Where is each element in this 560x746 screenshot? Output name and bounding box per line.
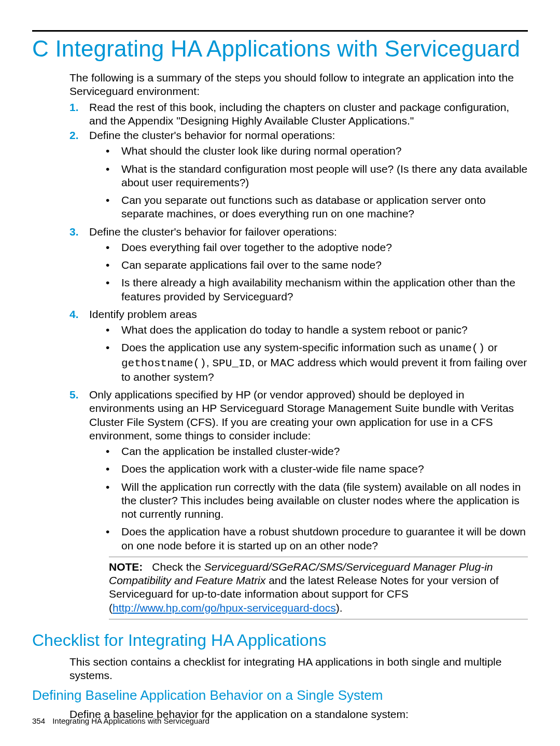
note-label: NOTE: [109, 561, 143, 573]
text: , [206, 356, 213, 368]
list-item: Does everything fail over together to th… [89, 241, 528, 254]
step-text: Define the cluster's behavior for failov… [89, 226, 337, 238]
section-body: This section contains a checklist for in… [69, 655, 528, 683]
page-footer: 354 Integrating HA Applications with Ser… [32, 716, 209, 725]
step-2: 2. Define the cluster's behavior for nor… [69, 129, 528, 221]
section-paragraph: This section contains a checklist for in… [69, 655, 528, 683]
steps-list: 1. Read the rest of this book, including… [69, 101, 528, 619]
page-title: C Integrating HA Applications with Servi… [32, 36, 528, 62]
step-text: Read the rest of this book, including th… [89, 101, 509, 127]
subsection-heading: Defining Baseline Application Behavior o… [32, 687, 528, 703]
text: Does the application use any system-spec… [121, 341, 439, 353]
list-item: Does the application use any system-spec… [89, 341, 528, 384]
step-text: Identify problem areas [89, 308, 197, 320]
page-number: 354 [32, 716, 45, 725]
step-text: Define the cluster's behavior for normal… [89, 129, 335, 141]
bullet-list: What does the application do today to ha… [89, 323, 528, 384]
footer-title: Integrating HA Applications with Service… [52, 716, 209, 725]
section-heading: Checklist for Integrating HA Application… [32, 631, 528, 650]
step-5: 5. Only applications specified by HP (or… [69, 388, 528, 619]
note-link[interactable]: http://www.hp.com/go/hpux-serviceguard-d… [113, 602, 336, 614]
list-item: Does the application work with a cluster… [89, 462, 528, 476]
list-item: What should the cluster look like during… [89, 144, 528, 158]
list-item: Can separate applications fail over to t… [89, 258, 528, 272]
step-3: 3. Define the cluster's behavior for fai… [69, 225, 528, 303]
top-rule [32, 30, 528, 32]
page: C Integrating HA Applications with Servi… [0, 0, 560, 746]
list-item: What is the standard configuration most … [89, 162, 528, 190]
step-number: 5. [69, 388, 85, 402]
list-item: Can the application be installed cluster… [89, 445, 528, 458]
code: uname() [439, 342, 485, 354]
step-number: 3. [69, 225, 85, 239]
step-text: Only applications specified by HP (or ve… [89, 389, 514, 441]
step-number: 4. [69, 308, 85, 321]
intro-paragraph: The following is a summary of the steps … [69, 71, 528, 99]
note-text: Check the [152, 561, 204, 573]
note-text: ). [336, 602, 343, 614]
bullet-list: Can the application be installed cluster… [89, 445, 528, 552]
list-item: Will the application run correctly with … [89, 480, 528, 521]
step-number: 1. [69, 101, 85, 114]
body: The following is a summary of the steps … [69, 71, 528, 619]
list-item: What does the application do today to ha… [89, 323, 528, 337]
bullet-list: What should the cluster look like during… [89, 144, 528, 220]
step-1: 1. Read the rest of this book, including… [69, 101, 528, 128]
note-box: NOTE:Check the Serviceguard/SGeRAC/SMS/S… [109, 557, 528, 619]
list-item: Does the application have a robust shutd… [89, 525, 528, 552]
bullet-list: Does everything fail over together to th… [89, 241, 528, 303]
list-item: Is there already a high availability mec… [89, 276, 528, 303]
list-item: Can you separate out functions such as d… [89, 194, 528, 221]
code: gethostname() [121, 357, 206, 369]
step-number: 2. [69, 129, 85, 142]
step-4: 4. Identify problem areas What does the … [69, 308, 528, 384]
text: or [485, 341, 498, 353]
code: SPU_ID [213, 357, 252, 369]
